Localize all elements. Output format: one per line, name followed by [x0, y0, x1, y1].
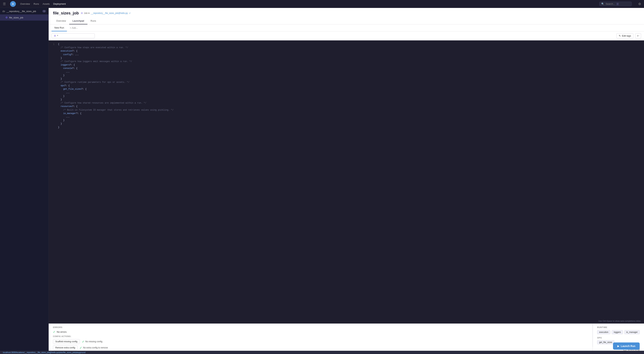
tag-input[interactable]: ⚙ *	[52, 33, 95, 38]
code-editor[interactable]: { /* Configure how steps are executed wi…	[56, 40, 644, 319]
no-errors-text: No errors	[57, 330, 66, 333]
page-header: file_sizes_job ⚙ Job in __repository__fi…	[49, 8, 644, 25]
top-nav: ☰ D Overview Runs Assets Deployment 🔍 Se…	[0, 0, 644, 8]
job-badge-icon: ⚙	[81, 12, 83, 15]
sidebar-repo-name: __repository__file_sizes_job	[6, 10, 36, 13]
search-shortcut: /	[616, 3, 619, 5]
config-top-bar: ⚙ * ✎ Edit tags ⊢	[49, 31, 644, 40]
launch-run-label: Launch Run	[621, 345, 635, 347]
settings-icon[interactable]: ⚙	[638, 2, 641, 6]
new-run-tab[interactable]: New Run	[52, 25, 67, 31]
status-bar: localhost:3000/locations/__repository__f…	[0, 351, 644, 354]
tag-icon: ⚙	[54, 35, 56, 37]
sidebar-repo-item[interactable]: 🗁 __repository__file_sizes_job 1	[0, 8, 48, 15]
scaffold-missing-config-button[interactable]: Scaffold missing config	[53, 339, 80, 344]
check-icon: ✓	[53, 330, 55, 334]
tab-runs[interactable]: Runs	[88, 18, 99, 24]
search-icon: 🔍	[601, 3, 604, 5]
external-link-icon[interactable]: ↗	[129, 12, 130, 15]
job-icon: ⚙	[6, 16, 8, 19]
line-numbers: 1	[49, 40, 56, 319]
nav-deployment[interactable]: Deployment	[53, 3, 66, 5]
resource-tag-io_manager[interactable]: io_manager	[624, 330, 640, 334]
tab-launchpad[interactable]: Launchpad	[69, 18, 87, 24]
sidebar-job-item[interactable]: ⚙ file_sizes_job	[0, 15, 48, 21]
errors-section-label: ERRORS	[53, 326, 588, 328]
tab-overview[interactable]: Overview	[53, 18, 69, 24]
collapse-button[interactable]: ⊢	[635, 33, 641, 39]
nav-assets[interactable]: Assets	[43, 3, 50, 5]
folder-icon: 🗁	[2, 10, 5, 13]
page-tabs: Overview Launchpad Runs	[53, 18, 640, 24]
nav-runs[interactable]: Runs	[34, 3, 39, 5]
main-content: file_sizes_job ⚙ Job in __repository__fi…	[49, 8, 644, 354]
hamburger-icon[interactable]: ☰	[3, 2, 6, 6]
sidebar-job-name: file_sizes_job	[9, 16, 23, 19]
remove-check-icon: ✓	[80, 346, 82, 349]
search-bar[interactable]: 🔍 Search... /	[599, 2, 632, 6]
launchpad-area: New Run + Add... ⚙ * ✎ Edit tags ⊢ 1 { /…	[49, 25, 644, 354]
nav-overview[interactable]: Overview	[20, 3, 30, 5]
tag-value: *	[57, 35, 58, 37]
ops-section-label: OPS	[597, 337, 644, 339]
scaffold-check-icon: ✓	[82, 340, 84, 343]
runtime-resource-tags: execution loggers io_manager	[597, 330, 644, 334]
sidebar-repo-badge: 1	[42, 10, 46, 13]
launch-run-button[interactable]: ▶ Launch Run	[613, 342, 640, 350]
page-title: file_sizes_job	[53, 11, 79, 16]
run-tabs-bar: New Run + Add...	[49, 25, 644, 31]
job-label: Job in	[84, 12, 90, 15]
launch-icon: ▶	[617, 345, 619, 347]
remove-extra-config-button[interactable]: Remove extra config	[53, 345, 78, 350]
pencil-icon: ✎	[619, 35, 621, 37]
resource-tag-execution[interactable]: execution	[597, 330, 610, 334]
code-editor-wrapper: 1 { /* Configure how steps are executed …	[49, 40, 644, 319]
sidebar: 🗁 __repository__file_sizes_job 1 ⚙ file_…	[0, 8, 49, 354]
nav-links: Overview Runs Assets Deployment	[20, 3, 66, 5]
scaffold-status-text: No missing config	[86, 340, 102, 343]
editor-hint: Use Ctrl+Space to show auto-completions …	[49, 319, 644, 323]
edit-tags-button[interactable]: ✎ Edit tags	[616, 33, 633, 39]
bottom-panel: ERRORS ✓ No errors CONFIG ACTIONS: Scaff…	[49, 323, 644, 354]
config-actions-label: CONFIG ACTIONS:	[53, 335, 588, 337]
errors-column: ERRORS ✓ No errors CONFIG ACTIONS: Scaff…	[49, 324, 592, 354]
status-url: localhost:3000/locations/__repository__f…	[3, 351, 86, 353]
app-logo: D	[10, 1, 16, 7]
add-run-tab[interactable]: + Add...	[67, 25, 80, 31]
remove-status-text: No extra config to remove	[83, 346, 108, 349]
search-placeholder: Search...	[606, 3, 615, 5]
ops-tag-get_file_sizes[interactable]: get_file_sizes	[597, 340, 614, 344]
resource-tag-loggers[interactable]: loggers	[612, 330, 623, 334]
runtime-section-label: RUNTIME	[597, 326, 644, 328]
job-badge: ⚙ Job in __repository__file_sizes_job@he…	[81, 12, 130, 15]
job-link[interactable]: __repository__file_sizes_job@hello.py	[91, 12, 128, 15]
